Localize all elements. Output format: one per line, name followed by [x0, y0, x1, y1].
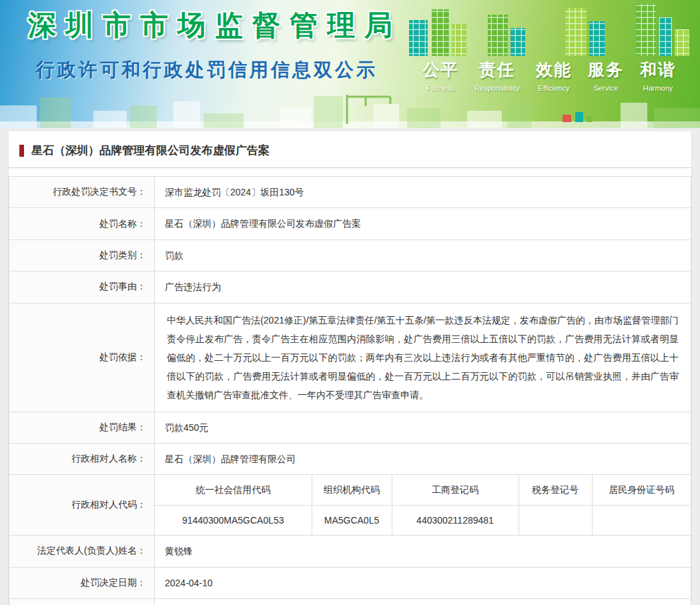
article-header: 星石（深圳）品牌管理有限公司发布虚假广告案 — [9, 131, 691, 168]
page-title: 星石（深圳）品牌管理有限公司发布虚假广告案 — [31, 143, 270, 158]
site-subtitle: 行政许可和行政处罚信用信息双公示 — [36, 57, 378, 83]
field-value: 星石（深圳）品牌管理有限公司 — [155, 443, 691, 474]
page-banner: 深圳市市场监督管理局 行政许可和行政处罚信用信息双公示 公平 Fairness … — [0, 0, 700, 128]
party-codes-value-row: 91440300MA5GCA0L53 MA5GCA0L5 44030021128… — [155, 505, 691, 535]
field-value: 中华人民共和国广告法(2021修正)/第五章法律责任/第五十五条/第一款违反本法… — [155, 303, 691, 412]
field-label: 行政相对人名称： — [9, 443, 155, 474]
field-label: 处罚依据： — [9, 303, 155, 412]
slogan-harmony: 和谐 Harmony — [640, 59, 676, 92]
row-penalty-result: 处罚结果： 罚款450元 — [9, 412, 691, 443]
slogan-service: 服务 Service — [588, 59, 624, 92]
field-label: 处罚类别： — [9, 239, 155, 271]
code-header: 税务登记号 — [518, 475, 592, 505]
row-penalty-authority: 处罚机关： 深圳市市场监督管理局龙岗监管局 — [9, 598, 691, 605]
field-label: 处罚名称： — [9, 208, 155, 239]
field-label: 法定代表人(负责人)姓名： — [9, 536, 155, 567]
code-header: 组织机构代码 — [312, 475, 392, 505]
field-label: 行政处罚决定书文号： — [9, 177, 155, 208]
slogan-group: 公平 Fairness 责任 Responsibility 效能 Efficie… — [422, 59, 676, 92]
party-codes-table: 统一社会信用代码 组织机构代码 工商登记码 税务登记号 居民身份证号码 9144… — [155, 475, 691, 535]
code-value: MA5GCA0L5 — [312, 505, 392, 535]
row-legal-representative: 法定代表人(负责人)姓名： 黄锐锋 — [9, 536, 691, 567]
field-value: 星石（深圳）品牌管理有限公司发布虚假广告案 — [155, 208, 691, 239]
row-penalty-category: 处罚类别： 罚款 — [9, 239, 691, 271]
code-value: 91440300MA5GCA0L53 — [155, 505, 312, 535]
field-value: 罚款450元 — [155, 412, 691, 443]
slogan-efficiency: 效能 Efficiency — [536, 59, 572, 92]
title-marker-icon — [19, 145, 24, 157]
field-label: 处罚事由： — [9, 271, 155, 303]
site-title: 深圳市市场监督管理局 — [28, 7, 402, 44]
code-header: 工商登记码 — [392, 475, 518, 505]
slogan-responsibility: 责任 Responsibility — [474, 59, 520, 92]
field-label: 行政相对人代码： — [9, 475, 155, 536]
field-value: 广告违法行为 — [155, 271, 691, 303]
row-party-name: 行政相对人名称： 星石（深圳）品牌管理有限公司 — [9, 443, 691, 474]
row-penalty-basis: 处罚依据： 中华人民共和国广告法(2021修正)/第五章法律责任/第五十五条/第… — [9, 303, 691, 412]
row-decision-number: 行政处罚决定书文号： 深市监龙处罚〔2024〕坂田130号 — [9, 177, 691, 208]
code-value — [518, 505, 592, 535]
slogan-cn: 服务 — [588, 59, 624, 81]
slogan-cn: 公平 — [422, 59, 458, 81]
row-penalty-name: 处罚名称： 星石（深圳）品牌管理有限公司发布虚假广告案 — [9, 208, 691, 239]
code-header: 统一社会信用代码 — [155, 475, 312, 505]
row-party-codes: 行政相对人代码： 统一社会信用代码 组织机构代码 工商登记码 税务登记号 — [9, 475, 691, 536]
slogan-fairness: 公平 Fairness — [422, 59, 458, 92]
code-header: 居民身份证号码 — [592, 475, 691, 505]
field-label: 处罚机关： — [9, 598, 155, 605]
field-value: 2024-04-10 — [155, 567, 691, 598]
penalty-detail-table: 行政处罚决定书文号： 深市监龙处罚〔2024〕坂田130号 处罚名称： 星石（深… — [9, 176, 691, 605]
pixel-buildings-icon — [408, 0, 695, 56]
field-value: 深圳市市场监督管理局龙岗监管局 — [155, 598, 691, 605]
code-value: 440300211289481 — [392, 505, 518, 535]
field-label: 处罚决定日期： — [9, 567, 155, 598]
slogan-cn: 和谐 — [640, 59, 676, 81]
field-label: 处罚结果： — [9, 412, 155, 443]
slogan-cn: 效能 — [536, 59, 572, 81]
slogan-cn: 责任 — [474, 59, 520, 81]
field-value: 罚款 — [155, 239, 691, 271]
field-value: 深市监龙处罚〔2024〕坂田130号 — [155, 177, 691, 208]
field-value: 黄锐锋 — [155, 536, 691, 567]
row-decision-date: 处罚决定日期： 2024-04-10 — [9, 567, 691, 598]
code-value — [592, 505, 691, 535]
party-codes-header-row: 统一社会信用代码 组织机构代码 工商登记码 税务登记号 居民身份证号码 — [155, 475, 691, 505]
city-skyline-icon — [0, 88, 700, 128]
party-codes-cell: 统一社会信用代码 组织机构代码 工商登记码 税务登记号 居民身份证号码 9144… — [155, 475, 691, 536]
content-panel: 星石（深圳）品牌管理有限公司发布虚假广告案 行政处罚决定书文号： 深市监龙处罚〔… — [8, 131, 692, 605]
row-penalty-reason: 处罚事由： 广告违法行为 — [9, 271, 691, 303]
